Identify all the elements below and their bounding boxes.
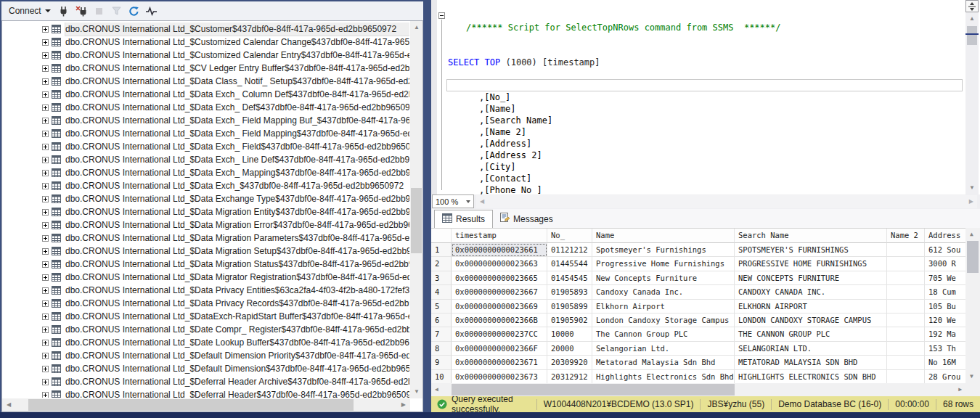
expand-icon[interactable] [42, 26, 49, 33]
expand-icon[interactable] [42, 392, 49, 398]
grid-horizontal-scrollbar[interactable]: ◀ ▶ [431, 383, 965, 396]
expand-icon[interactable] [42, 131, 49, 137]
scroll-down-icon[interactable]: ▼ [414, 389, 420, 395]
grid-cell[interactable]: Candoxy Canada Inc. [592, 285, 735, 299]
expand-icon[interactable] [42, 379, 49, 385]
grid-cell[interactable]: PROGRESSIVE HOME FURNISHINGS [735, 257, 887, 271]
grid-cell[interactable]: 105 Bu [925, 300, 965, 314]
tree-row[interactable]: dbo.CRONUS International Ltd_$Data Migra… [3, 231, 409, 245]
sql-column-line[interactable]: ,[Address 2] [448, 149, 964, 161]
tree-hscroll-thumb[interactable] [28, 399, 354, 411]
grid-cell[interactable]: Highlights Electronics Sdn Bhd [592, 370, 735, 383]
grid-cell[interactable]: 192 Ma [925, 327, 965, 341]
row-number-cell[interactable]: 6 [431, 314, 452, 327]
grid-header-cell[interactable]: Name 2 [887, 229, 925, 243]
sql-editor[interactable]: /****** Script for SelectTopNRows comman… [431, 0, 980, 194]
tree-row[interactable]: dbo.CRONUS International Ltd_$Data Migra… [3, 271, 409, 284]
grid-cell[interactable] [887, 342, 925, 356]
grid-cell[interactable]: 0x000000000002366F [452, 342, 547, 356]
grid-cell[interactable] [887, 370, 925, 383]
scroll-right-icon[interactable]: ▶ [401, 402, 406, 408]
grid-cell[interactable]: 0x0000000000023667 [452, 285, 547, 299]
grid-cell[interactable]: 0x000000000002366B [452, 314, 547, 327]
sql-column-line[interactable]: ,[No_] [448, 91, 964, 103]
grid-cell[interactable]: London Candoxy Storage Campus [592, 314, 735, 327]
scrollbar-splitter-button[interactable] [965, 0, 979, 12]
tree-row[interactable]: dbo.CRONUS International Ltd_$CV Ledger … [3, 62, 409, 75]
grid-cell[interactable] [887, 257, 925, 271]
grid-cell[interactable] [887, 300, 925, 314]
activity-monitor-icon[interactable] [144, 4, 160, 18]
grid-cell[interactable] [887, 243, 925, 257]
tree-row[interactable]: dbo.CRONUS International Ltd_$Customized… [3, 36, 409, 49]
expand-icon[interactable] [42, 314, 49, 320]
grid-cell[interactable]: 0x00000000000237CC [452, 327, 547, 341]
grid-header-cell[interactable] [431, 229, 452, 243]
tree-horizontal-scrollbar[interactable]: ◀ ▶ [2, 398, 410, 411]
sql-column-line[interactable]: ,[Contact] [448, 173, 964, 184]
panel-splitter[interactable] [423, 0, 431, 418]
grid-vertical-scrollbar[interactable]: ▲ ▼ [965, 228, 980, 383]
grid-cell[interactable]: CANDOXY CANADA INC. [735, 285, 887, 299]
scroll-left-icon[interactable]: ◀ [435, 387, 438, 393]
tree-row[interactable]: dbo.CRONUS International Ltd_$Data Exch_… [3, 127, 409, 140]
grid-cell[interactable]: Elkhorn Airport [592, 300, 735, 314]
grid-cell[interactable]: 01121212 [547, 243, 592, 257]
grid-cell[interactable]: 705 We [925, 271, 965, 285]
tree-row[interactable]: dbo.CRONUS International Ltd_$Date Compr… [3, 323, 409, 336]
grid-cell[interactable]: LONDON CANDOXY STORAGE CAMPUS [735, 314, 887, 327]
tree-row[interactable]: dbo.CRONUS International Ltd_$Data Exch_… [3, 114, 409, 127]
tree-row[interactable]: dbo.CRONUS International Ltd_$DataExch-R… [3, 310, 409, 323]
expand-icon[interactable] [42, 118, 49, 124]
tree-row[interactable]: dbo.CRONUS International Ltd_$Data Exch_… [3, 88, 409, 101]
grid-cell[interactable]: 0x0000000000023661 [452, 243, 547, 257]
grid-cell[interactable]: 153 Th [925, 342, 965, 356]
sql-select-line[interactable]: SELECT TOP (1000) [timestamp] [448, 57, 964, 68]
tree-row[interactable]: dbo.CRONUS International Ltd_$Data Excha… [3, 192, 409, 205]
tree-row[interactable]: dbo.CRONUS International Ltd_$Data Migra… [3, 245, 409, 258]
sql-column-line[interactable]: ,[Name] [448, 103, 964, 115]
expand-icon[interactable] [42, 353, 49, 359]
tree-row[interactable]: dbo.CRONUS International Ltd_$Customer$4… [3, 22, 409, 36]
tree-row[interactable]: dbo.CRONUS International Ltd_$Deferral H… [3, 375, 409, 388]
editor-vertical-scrollbar[interactable]: ▲ ▼ [965, 0, 979, 194]
grid-cell[interactable]: 0x0000000000023671 [452, 356, 547, 369]
row-number-cell[interactable]: 1 [431, 243, 452, 257]
grid-cell[interactable]: Spotsmeyer's Furnishings [592, 243, 735, 257]
grid-cell[interactable]: HIGHLIGHTS ELECTRONICS SDN BHD [735, 370, 887, 383]
grid-header-cell[interactable]: Search Name [735, 229, 887, 243]
grid-cell[interactable]: 20309920 [547, 356, 592, 369]
tree-row[interactable]: dbo.CRONUS International Ltd_$Data Exch_… [3, 153, 409, 166]
sql-comment-line[interactable]: /****** Script for SelectTopNRows comman… [448, 22, 964, 33]
expand-icon[interactable] [42, 170, 49, 176]
grid-cell[interactable]: 0x0000000000023673 [452, 370, 547, 383]
tab-results[interactable]: Results [434, 210, 493, 228]
row-number-cell[interactable]: 9 [431, 356, 452, 369]
row-number-cell[interactable]: 3 [431, 271, 452, 285]
connect-button[interactable]: Connect [7, 4, 55, 18]
tree-vscroll-thumb[interactable] [411, 188, 422, 253]
grid-cell[interactable]: 10000 [547, 327, 592, 341]
tree-row[interactable]: dbo.CRONUS International Ltd_$Deferral H… [3, 388, 409, 398]
expand-icon[interactable] [42, 222, 49, 229]
tree-row[interactable]: dbo.CRONUS International Ltd_$Data Priva… [3, 297, 409, 310]
grid-cell[interactable]: 20000 [547, 342, 592, 356]
grid-cell[interactable]: 01454545 [547, 271, 592, 285]
refresh-icon[interactable] [126, 4, 142, 18]
grid-header-cell[interactable]: Address [925, 229, 965, 243]
grid-cell[interactable]: METATORAD MALAYSIA SDN BHD [735, 356, 887, 369]
tree-row[interactable]: dbo.CRONUS International Ltd_$Data Priva… [3, 284, 409, 297]
expand-icon[interactable] [42, 157, 49, 163]
expand-icon[interactable] [42, 104, 49, 111]
expand-icon[interactable] [42, 78, 49, 85]
grid-cell[interactable]: 0x0000000000023669 [452, 300, 547, 314]
scroll-left-icon[interactable]: ◀ [480, 199, 484, 205]
tab-messages[interactable]: Messages [493, 210, 560, 228]
sql-code[interactable]: /****** Script for SelectTopNRows comman… [448, 0, 964, 194]
sql-column-line[interactable]: ,[Phone No_] [448, 184, 964, 194]
grid-cell[interactable]: The Cannon Group PLC [592, 327, 735, 341]
grid-cell[interactable]: SPOTSMEYER'S FURNISHINGS [735, 243, 887, 257]
grid-cell[interactable] [887, 327, 925, 341]
grid-cell[interactable]: Progressive Home Furnishings [592, 257, 735, 271]
tree-row[interactable]: dbo.CRONUS International Ltd_$Data Migra… [3, 205, 409, 218]
